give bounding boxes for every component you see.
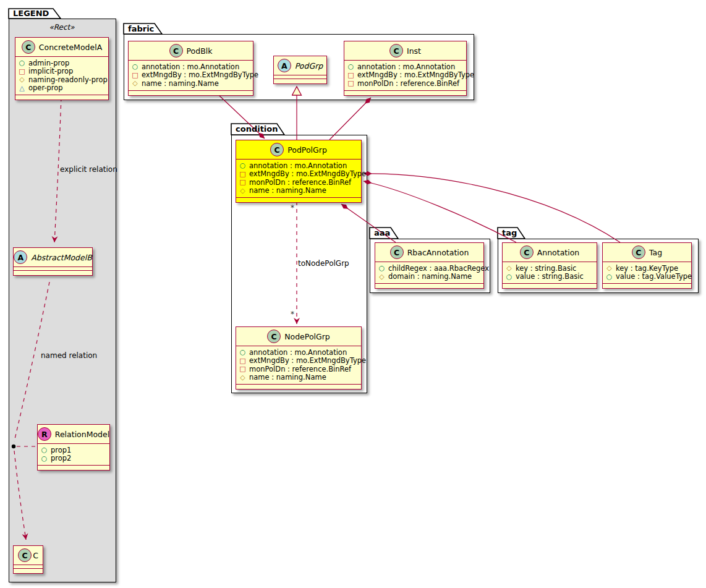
named-relation-label: named relation [41, 351, 97, 360]
visibility-icon [239, 349, 246, 356]
class-relationmodel: R RelationModel prop1 prop2 [37, 424, 110, 471]
visibility-icon [132, 80, 138, 87]
class-podpolgrp: C PodPolGrp annotation : mo.Annotation e… [236, 140, 362, 203]
visibility-icon [41, 446, 48, 453]
tag-label: tag [502, 228, 517, 237]
legend-label: LEGEND [13, 9, 49, 18]
class-name: RbacAnnotation [407, 248, 469, 257]
visibility-icon [19, 68, 25, 75]
class-c: C C [13, 545, 43, 574]
attribute-row: monPolDn : reference.BinRef [239, 178, 358, 187]
class-spot-icon: C [390, 245, 404, 259]
edge-inst-podpolgrp-composition [330, 98, 371, 140]
visibility-icon [19, 76, 25, 83]
attribute-row: value : tag.ValueType [606, 273, 688, 281]
fabric-label: fabric [128, 24, 154, 33]
attribute-row: annotation : mo.Annotation [347, 62, 463, 71]
attribute-row: monPolDn : reference.BinRef [347, 79, 463, 88]
class-abstractmodelb: A AbstractModelB [13, 247, 93, 276]
edge-tag-podpolgrp-composition [364, 174, 620, 242]
attribute-row: annotation : mo.Annotation [239, 348, 358, 357]
visibility-icon [606, 273, 613, 280]
attribute-row: annotation : mo.Annotation [239, 161, 358, 170]
visibility-icon [239, 365, 246, 372]
class-spot-icon: C [270, 143, 284, 156]
class-podblk: C PodBlk annotation : mo.Annotation extM… [128, 41, 253, 96]
class-podgrp: A PodGrp [273, 56, 327, 84]
class-name: C [33, 551, 38, 560]
visibility-icon [19, 85, 25, 92]
class-spot-icon: A [14, 250, 27, 264]
visibility-icon [606, 265, 613, 271]
visibility-icon [132, 72, 138, 79]
attribute-row: key : tag.KeyType [606, 264, 688, 273]
condition-label: condition [236, 124, 278, 134]
visibility-icon [347, 80, 354, 87]
class-name: PodBlk [187, 46, 213, 56]
attribute-row: monPolDn : reference.BinRef [239, 365, 358, 373]
attribute-row: implicit-prop [19, 67, 105, 76]
visibility-icon [239, 162, 246, 169]
attribute-row: annotation : mo.Annotation [132, 62, 250, 71]
class-spot-icon: R [38, 427, 51, 441]
visibility-icon [41, 455, 48, 462]
visibility-icon [239, 171, 246, 177]
class-tag: C Tag key : tag.KeyType value : tag.Valu… [602, 242, 692, 289]
attribute-row: name : naming.Name [239, 187, 358, 195]
attribute-row: extMngdBy : mo.ExtMngdByType [239, 170, 358, 179]
class-name: PodPolGrp [287, 145, 327, 155]
class-name: Inst [407, 46, 421, 56]
attribute-row: oper-prop [19, 84, 105, 93]
visibility-icon [19, 59, 25, 66]
multiplicity-source: * [291, 203, 294, 212]
class-name: ConcreteModelA [39, 43, 102, 52]
attribute-row: extMngdBy : mo.ExtMngdByType [347, 71, 463, 80]
class-spot-icon: C [22, 40, 35, 54]
aaa-label: aaa [374, 228, 390, 237]
class-annotation: C Annotation key : string.Basic value : … [502, 242, 597, 289]
visibility-icon [506, 265, 512, 271]
class-rbacannotation: C RbacAnnotation childRegex : aaa.RbacRe… [375, 242, 484, 289]
tonodepolgrp-label: toNodePolGrp [298, 259, 349, 268]
class-name: RelationModel [55, 430, 109, 439]
class-name: Annotation [537, 248, 580, 257]
class-spot-icon: C [632, 245, 645, 259]
class-name: Tag [649, 248, 662, 257]
visibility-icon [506, 273, 512, 280]
visibility-icon [347, 72, 354, 79]
visibility-icon [378, 265, 385, 271]
class-spot-icon: C [18, 548, 32, 562]
visibility-icon [239, 179, 246, 185]
attribute-row: admin-prop [19, 59, 105, 67]
class-spot-icon: C [267, 330, 281, 343]
rect-stereotype: «Rect» [9, 23, 115, 32]
attribute-row: prop2 [41, 454, 106, 463]
class-name: NodePolGrp [284, 332, 330, 341]
package-legend [9, 19, 116, 582]
visibility-icon [347, 63, 354, 70]
class-name: AbstractModelB [31, 253, 92, 262]
attribute-row: key : string.Basic [506, 264, 593, 273]
class-spot-icon: A [278, 59, 291, 72]
attribute-row: prop1 [41, 446, 106, 454]
class-spot-icon: C [169, 44, 183, 58]
attribute-row: name : naming.Name [239, 373, 358, 382]
attribute-row: extMngdBy : mo.ExtMngdByType [132, 71, 250, 80]
visibility-icon [239, 357, 246, 364]
class-name: PodGrp [295, 61, 323, 70]
explicit-relation-label: explicit relation [60, 165, 117, 174]
class-nodepolgrp: C NodePolGrp annotation : mo.Annotation … [236, 326, 362, 390]
attribute-row: value : string.Basic [506, 273, 593, 281]
class-inst: C Inst annotation : mo.Annotation extMng… [344, 41, 467, 96]
attribute-row: naming-readonly-prop [19, 75, 105, 84]
attribute-row: name : naming.Name [132, 79, 250, 88]
uml-diagram: LEGEND fabric condition aaa tag «Rect» e… [0, 0, 706, 588]
visibility-icon [132, 63, 138, 70]
attribute-row: domain : naming.Name [378, 273, 480, 281]
multiplicity-target: * [291, 310, 294, 318]
visibility-icon [239, 187, 246, 194]
class-concretemodela: C ConcreteModelA admin-prop implicit-pro… [15, 37, 109, 100]
attribute-row: extMngdBy : mo.ExtMngdByType [239, 357, 358, 365]
attribute-row: childRegex : aaa.RbacRegex [378, 264, 480, 273]
class-spot-icon: C [520, 245, 534, 259]
